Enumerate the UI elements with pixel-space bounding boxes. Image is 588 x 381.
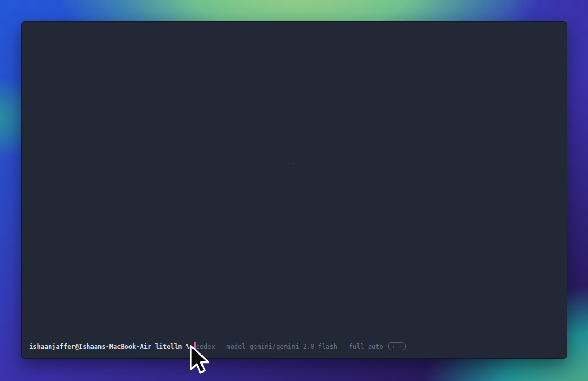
prompt-symbol: % <box>186 342 189 351</box>
terminal-window[interactable]: ··· ishaanjaffer@Ishaans-MacBook-Air lit… <box>21 21 567 359</box>
terminal-scrollback: ··· <box>22 22 567 334</box>
desktop-wallpaper: ··· ishaanjaffer@Ishaans-MacBook-Air lit… <box>0 0 588 381</box>
text-cursor <box>194 342 196 350</box>
right-arrow-icon: → · <box>391 343 402 350</box>
terminal-prompt-line[interactable]: ishaanjaffer@Ishaans-MacBook-Air litellm… <box>22 334 567 358</box>
prompt-directory: litellm <box>155 342 182 351</box>
accept-suggestion-keycap: → · <box>388 342 406 350</box>
autosuggestion-text: codex --model gemini/gemini-2.0-flash --… <box>196 342 383 351</box>
loading-indicator: ··· <box>287 160 302 167</box>
prompt-user-host: ishaanjaffer@Ishaans-MacBook-Air <box>29 342 151 351</box>
